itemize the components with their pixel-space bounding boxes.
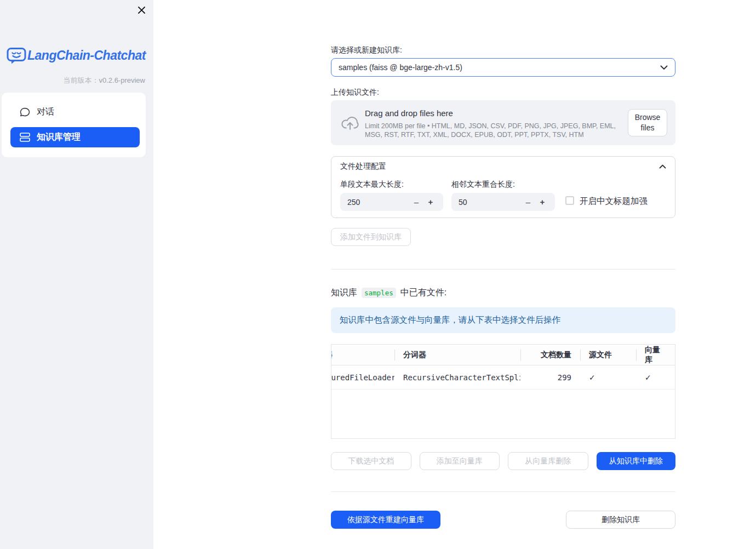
delete-kb-button[interactable]: 删除知识库 — [566, 511, 675, 529]
cell-doc-count: 299 — [520, 365, 580, 389]
table-header-row: 文档加载器 分词器 文档数量 源文件 向量库 — [331, 345, 675, 365]
kb-select-value: samples (faiss @ bge-large-zh-v1.5) — [339, 63, 660, 72]
chunk-size-value: 250 — [347, 198, 409, 207]
upload-label: 上传知识文件: — [331, 88, 379, 98]
cell-source-file-check: ✓ — [580, 365, 636, 389]
decrement-button[interactable]: – — [521, 197, 535, 207]
browse-files-button[interactable]: Browse files — [628, 109, 667, 136]
version-value: v0.2.6-preview — [99, 76, 145, 84]
sidebar-item-kb-management[interactable]: 知识库管理 — [10, 127, 140, 147]
dropzone-limits: Limit 200MB per file • HTML, MD, JSON, C… — [365, 122, 625, 139]
delete-from-vector-store-button[interactable]: 从向量库删除 — [508, 452, 588, 470]
kb-files-heading: 知识库 samples 中已有文件: — [331, 287, 446, 299]
table-row[interactable]: UnstructuredFileLoader RecursiveCharacte… — [331, 365, 675, 390]
column-header-source-file[interactable]: 源文件 — [580, 345, 636, 365]
file-config-expander: 文件处理配置 单段文本最大长度: 相邻文本重合长度: 250 – + 50 – … — [331, 156, 675, 218]
divider — [331, 491, 675, 492]
cell-splitter: RecursiveCharacterTextSplitter — [394, 365, 520, 389]
chunk-size-label: 单段文本最大长度: — [340, 180, 404, 190]
expander-title: 文件处理配置 — [340, 162, 386, 171]
divider — [331, 269, 675, 270]
column-header-loader[interactable]: 文档加载器 — [331, 345, 394, 365]
close-icon — [138, 6, 146, 14]
app-logo-text: LangChain-Chatchat — [27, 48, 146, 63]
file-action-buttons: 下载选中文档 添加至向量库 从向量库删除 从知识库中删除 — [331, 452, 675, 470]
chat-bubble-icon — [20, 107, 30, 117]
add-to-vector-store-button[interactable]: 添加至向量库 — [420, 452, 500, 470]
version-label: 当前版本： — [63, 76, 99, 84]
file-dropzone[interactable]: Drag and drop files here Limit 200MB per… — [331, 100, 675, 145]
zh-title-enhance-checkbox[interactable] — [565, 196, 574, 205]
zh-title-enhance-label[interactable]: 开启中文标题加强 — [580, 196, 648, 207]
kb-list-icon — [20, 133, 30, 142]
kb-name-code: samples — [362, 288, 396, 298]
sidebar-item-chat[interactable]: 对话 — [10, 102, 140, 122]
kb-select-label: 请选择或新建知识库: — [331, 45, 402, 55]
dropzone-title: Drag and drop files here — [365, 108, 453, 118]
increment-button[interactable]: + — [423, 197, 438, 207]
chunk-overlap-input[interactable]: 50 – + — [451, 193, 555, 211]
heading-prefix: 知识库 — [331, 287, 357, 299]
cell-vector-store-check: ✓ — [636, 365, 675, 389]
chevron-up-icon — [659, 164, 666, 169]
sidebar-close-button[interactable] — [135, 3, 148, 16]
add-files-to-kb-button[interactable]: 添加文件到知识库 — [331, 228, 411, 246]
chevron-down-icon — [660, 65, 668, 70]
info-banner: 知识库中包含源文件与向量库，请从下表中选择文件后操作 — [331, 307, 675, 333]
sidebar-menu: 对话 知识库管理 — [2, 93, 146, 157]
sidebar: LangChain-Chatchat 当前版本：v0.2.6-preview 对… — [0, 0, 153, 549]
sidebar-item-label: 知识库管理 — [37, 131, 81, 143]
kb-select[interactable]: samples (faiss @ bge-large-zh-v1.5) — [331, 58, 675, 77]
expander-header[interactable]: 文件处理配置 — [331, 157, 675, 176]
chunk-overlap-value: 50 — [459, 198, 521, 207]
cell-loader: UnstructuredFileLoader — [331, 365, 394, 389]
column-header-vector-store[interactable]: 向量库 — [636, 345, 675, 365]
app-version: 当前版本：v0.2.6-preview — [0, 76, 145, 85]
chunk-size-input[interactable]: 250 – + — [340, 193, 443, 211]
column-header-splitter[interactable]: 分词器 — [394, 345, 520, 365]
increment-button[interactable]: + — [535, 197, 549, 207]
kb-files-table: 文档加载器 分词器 文档数量 源文件 向量库 UnstructuredFileL… — [331, 344, 675, 439]
cloud-upload-icon — [341, 115, 359, 131]
app-logo-icon — [7, 47, 27, 66]
rebuild-vector-store-button[interactable]: 依据源文件重建向量库 — [331, 511, 440, 529]
chunk-overlap-label: 相邻文本重合长度: — [451, 180, 515, 190]
download-selected-button[interactable]: 下载选中文档 — [331, 452, 411, 470]
decrement-button[interactable]: – — [409, 197, 423, 207]
delete-from-kb-button[interactable]: 从知识库中删除 — [597, 452, 676, 470]
heading-suffix: 中已有文件: — [400, 287, 446, 299]
sidebar-item-label: 对话 — [37, 106, 54, 118]
column-header-doc-count[interactable]: 文档数量 — [520, 345, 580, 365]
